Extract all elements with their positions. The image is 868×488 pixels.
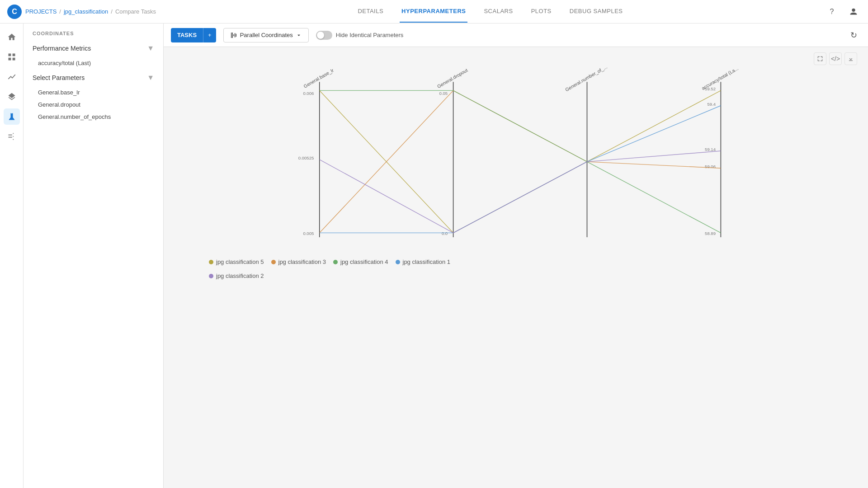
breadcrumb-sep2: / bbox=[111, 8, 113, 15]
svg-text:58.89: 58.89 bbox=[705, 231, 716, 236]
sidebar-icon-grid[interactable] bbox=[4, 49, 20, 65]
breadcrumb: PROJECTS / jpg_classification / Compare … bbox=[25, 8, 156, 15]
hide-identical-toggle: Hide Identical Parameters bbox=[316, 31, 404, 40]
sidebar-icon-pipeline[interactable] bbox=[4, 128, 20, 145]
coordinates-header: COORDINATES bbox=[24, 31, 163, 40]
tasks-plus-button[interactable]: + bbox=[203, 28, 216, 42]
svg-text:59.52: 59.52 bbox=[705, 86, 716, 91]
tab-details[interactable]: DETAILS bbox=[356, 0, 385, 23]
performance-metrics-arrow: ▼ bbox=[147, 44, 154, 52]
help-icon[interactable]: ? bbox=[825, 5, 839, 19]
svg-text:0.006: 0.006 bbox=[303, 91, 314, 96]
chart-container: </> General.base_lr General.dropout bbox=[164, 47, 868, 488]
legend-dot-5 bbox=[209, 260, 213, 264]
view-button[interactable]: Parallel Coordinates bbox=[223, 28, 309, 42]
param-base-lr[interactable]: General.base_lr bbox=[24, 86, 163, 99]
tab-debug-samples[interactable]: DEBUG SAMPLES bbox=[568, 0, 625, 23]
chart-toolbar: </> bbox=[814, 52, 857, 65]
toggle-knob bbox=[317, 32, 324, 39]
expand-icon[interactable] bbox=[814, 52, 826, 65]
params-panel: COORDINATES Performance Metrics ▼ accura… bbox=[24, 23, 164, 488]
sidebar-icon-home[interactable] bbox=[4, 29, 20, 45]
tab-hyperparameters[interactable]: HYPERPARAMETERS bbox=[400, 0, 467, 23]
legend-label-4: jpg classification 4 bbox=[340, 258, 388, 265]
legend-dot-2 bbox=[209, 274, 213, 278]
body-layout: COORDINATES Performance Metrics ▼ accura… bbox=[0, 23, 868, 488]
accuracy-total-item[interactable]: accuracy/total (Last) bbox=[24, 57, 163, 69]
legend-dot-3 bbox=[271, 260, 276, 264]
svg-text:General.number_of_...: General.number_of_... bbox=[564, 64, 608, 93]
sidebar-icon-chart[interactable] bbox=[4, 69, 20, 85]
chart-legend: jpg classification 5 jpg classification … bbox=[173, 251, 859, 286]
nav-left: C PROJECTS / jpg_classification / Compar… bbox=[7, 5, 156, 19]
user-icon[interactable] bbox=[846, 5, 861, 19]
tab-scalars[interactable]: SCALARS bbox=[482, 0, 514, 23]
view-label: Parallel Coordinates bbox=[240, 32, 293, 38]
sidebar-icon-experiment[interactable] bbox=[4, 108, 20, 125]
svg-text:59.14: 59.14 bbox=[705, 147, 716, 152]
select-parameters-arrow: ▼ bbox=[147, 74, 154, 82]
svg-text:0.005: 0.005 bbox=[303, 231, 314, 236]
breadcrumb-jpg[interactable]: jpg_classification bbox=[64, 8, 108, 15]
svg-text:0.05: 0.05 bbox=[439, 91, 448, 96]
download-icon[interactable] bbox=[844, 52, 857, 65]
toggle-switch[interactable] bbox=[316, 31, 332, 40]
legend-label-5: jpg classification 5 bbox=[216, 258, 264, 265]
sidebar-icon-layers[interactable] bbox=[4, 89, 20, 105]
breadcrumb-sep1: / bbox=[59, 8, 61, 15]
tab-plots[interactable]: PLOTS bbox=[529, 0, 553, 23]
performance-metrics-label: Performance Metrics bbox=[33, 45, 91, 52]
legend-row-2: jpg classification 2 bbox=[209, 272, 823, 279]
top-nav: C PROJECTS / jpg_classification / Compar… bbox=[0, 0, 868, 23]
breadcrumb-projects[interactable]: PROJECTS bbox=[25, 8, 57, 15]
legend-item-5: jpg classification 5 bbox=[209, 258, 264, 265]
icon-sidebar bbox=[0, 23, 24, 488]
svg-text:59.06: 59.06 bbox=[705, 164, 716, 169]
select-parameters-section[interactable]: Select Parameters ▼ bbox=[24, 69, 163, 86]
main-content: TASKS + Parallel Coordinates Hide Identi… bbox=[164, 23, 868, 488]
svg-text:General.base_lr: General.base_lr bbox=[302, 67, 335, 89]
svg-text:0.00525: 0.00525 bbox=[298, 155, 314, 160]
code-icon[interactable]: </> bbox=[829, 52, 842, 65]
select-parameters-label: Select Parameters bbox=[33, 74, 85, 81]
legend-item-4: jpg classification 4 bbox=[333, 258, 388, 265]
nav-right: ? bbox=[825, 5, 861, 19]
toolbar: TASKS + Parallel Coordinates Hide Identi… bbox=[164, 23, 868, 47]
legend-dot-1 bbox=[396, 260, 400, 264]
tasks-btn-group: TASKS + bbox=[171, 28, 216, 42]
legend-label-2: jpg classification 2 bbox=[216, 272, 264, 279]
nav-tabs: DETAILS HYPERPARAMETERS SCALARS PLOTS DE… bbox=[356, 0, 624, 23]
param-number-of-epochs[interactable]: General.number_of_epochs bbox=[24, 111, 163, 123]
svg-point-0 bbox=[852, 8, 855, 11]
breadcrumb-compare: Compare Tasks bbox=[115, 8, 156, 15]
refresh-icon[interactable]: ↻ bbox=[846, 28, 861, 42]
param-dropout[interactable]: General.dropout bbox=[24, 99, 163, 111]
legend-label-3: jpg classification 3 bbox=[278, 258, 326, 265]
tasks-button[interactable]: TASKS bbox=[171, 28, 203, 42]
legend-label-1: jpg classification 1 bbox=[403, 258, 451, 265]
legend-item-2: jpg classification 2 bbox=[209, 272, 264, 279]
legend-dot-4 bbox=[333, 260, 338, 264]
svg-text:59.4: 59.4 bbox=[707, 102, 716, 107]
legend-item-3: jpg classification 3 bbox=[271, 258, 326, 265]
performance-metrics-section[interactable]: Performance Metrics ▼ bbox=[24, 40, 163, 57]
parallel-chart: General.base_lr General.dropout General.… bbox=[173, 56, 859, 246]
legend-item-1: jpg classification 1 bbox=[396, 258, 451, 265]
svg-text:General.dropout: General.dropout bbox=[436, 67, 469, 89]
toggle-label: Hide Identical Parameters bbox=[336, 32, 404, 38]
app-logo: C bbox=[7, 5, 22, 19]
svg-text:0.0: 0.0 bbox=[442, 231, 448, 236]
